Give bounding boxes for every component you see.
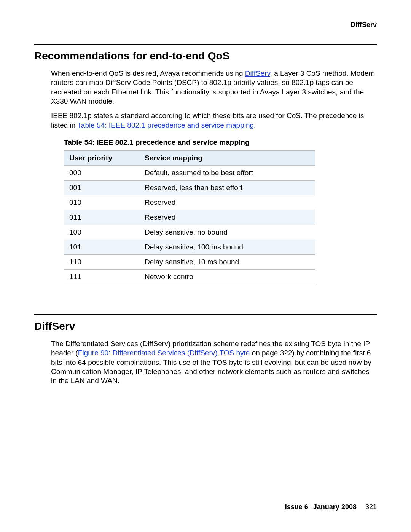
mapping-cell: Reserved — [139, 195, 315, 210]
column-header-mapping: Service mapping — [139, 150, 315, 165]
link-figure-90[interactable]: Figure 90: Differentiated Services (Diff… — [78, 349, 250, 357]
mapping-cell: Delay sensitive, no bound — [139, 225, 315, 240]
table-row: 111 Network control — [64, 269, 315, 284]
text: When end-to-end QoS is desired, Avaya re… — [51, 69, 245, 77]
running-header: DiffServ — [350, 21, 377, 29]
section-rule — [34, 44, 377, 45]
table-row: 101 Delay sensitive, 100 ms bound — [64, 240, 315, 254]
column-header-priority: User priority — [64, 150, 139, 165]
section-rule — [34, 314, 377, 315]
priority-cell: 110 — [64, 254, 139, 269]
page-footer: Issue 6 January 2008 321 — [285, 503, 377, 511]
page: DiffServ Recommendations for end-to-end … — [0, 0, 411, 532]
priority-cell: 010 — [64, 195, 139, 210]
link-diffserv[interactable]: DiffServ — [245, 69, 270, 77]
priority-cell: 001 — [64, 180, 139, 195]
table-header-row: User priority Service mapping — [64, 150, 315, 165]
priority-cell: 011 — [64, 210, 139, 225]
link-table-54[interactable]: Table 54: IEEE 802.1 precedence and serv… — [77, 121, 254, 129]
priority-cell: 101 — [64, 240, 139, 254]
priority-cell: 100 — [64, 225, 139, 240]
section-title-recommendations: Recommendations for end-to-end QoS — [34, 50, 377, 62]
text: . — [254, 121, 256, 129]
footer-issue: Issue 6 — [285, 503, 308, 511]
footer-date: January 2008 — [313, 503, 357, 511]
paragraph: The Differentiated Services (DiffServ) p… — [51, 339, 377, 386]
table-row: 100 Delay sensitive, no bound — [64, 225, 315, 240]
mapping-cell: Delay sensitive, 10 ms bound — [139, 254, 315, 269]
priority-cell: 000 — [64, 165, 139, 180]
paragraph: When end-to-end QoS is desired, Avaya re… — [51, 69, 377, 106]
section1-body: When end-to-end QoS is desired, Avaya re… — [51, 69, 377, 130]
mapping-cell: Delay sensitive, 100 ms bound — [139, 240, 315, 254]
table-row: 010 Reserved — [64, 195, 315, 210]
mapping-cell: Network control — [139, 269, 315, 284]
table-row: 001 Reserved, less than best effort — [64, 180, 315, 195]
mapping-cell: Reserved, less than best effort — [139, 180, 315, 195]
table-row: 000 Default, assumed to be best effort — [64, 165, 315, 180]
mapping-cell: Default, assumed to be best effort — [139, 165, 315, 180]
paragraph: IEEE 802.1p states a standard according … — [51, 111, 377, 130]
footer-page-number: 321 — [365, 503, 377, 511]
priority-cell: 111 — [64, 269, 139, 284]
section2-body: The Differentiated Services (DiffServ) p… — [51, 339, 377, 386]
table-row: 110 Delay sensitive, 10 ms bound — [64, 254, 315, 269]
precedence-table: User priority Service mapping 000 Defaul… — [64, 150, 315, 284]
table-caption: Table 54: IEEE 802.1 precedence and serv… — [64, 138, 377, 147]
table-row: 011 Reserved — [64, 210, 315, 225]
section-title-diffserv: DiffServ — [34, 320, 377, 332]
mapping-cell: Reserved — [139, 210, 315, 225]
